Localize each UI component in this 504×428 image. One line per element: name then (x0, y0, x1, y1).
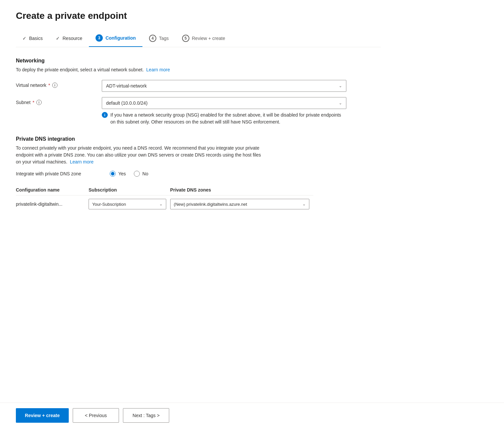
virtual-network-dropdown[interactable]: ADT-virtual-network ⌄ (102, 80, 346, 92)
subscription-chevron: ⌄ (159, 202, 163, 206)
virtual-network-info-icon[interactable]: i (52, 83, 58, 88)
dns-zone-dropdown[interactable]: (New) privatelink.digitaltwins.azure.net… (170, 199, 309, 209)
nsg-info-text: If you have a network security group (NS… (110, 112, 346, 125)
subnet-info-icon[interactable]: i (36, 100, 42, 105)
step-number-review: 5 (182, 35, 189, 42)
step-review-label: Review + create (192, 36, 225, 41)
integrate-dns-row: Integrate with private DNS zone Yes No (16, 171, 381, 177)
subnet-label: Subnet * i (16, 97, 102, 105)
dns-title: Private DNS integration (16, 136, 381, 142)
networking-section: Networking To deploy the private endpoin… (16, 58, 381, 125)
page-title: Create a private endpoint (16, 11, 381, 21)
dns-config-name: privatelink-digitaltwin... (16, 196, 89, 213)
nsg-info-box: i If you have a network security group (… (102, 112, 346, 125)
dns-yes-radio[interactable] (110, 171, 116, 177)
subnet-required: * (32, 100, 34, 105)
nsg-info-icon: i (102, 112, 108, 118)
dns-no-radio[interactable] (134, 171, 140, 177)
step-basics-label: Basics (29, 36, 43, 41)
footer: Review + create < Previous Next : Tags > (0, 403, 504, 428)
step-resource-label: Resource (62, 36, 82, 41)
dns-zone-chevron: ⌄ (302, 202, 306, 206)
step-number-tags: 4 (149, 35, 156, 42)
subnet-dropdown[interactable]: default (10.0.0.0/24) ⌄ (102, 97, 346, 109)
dns-col-config: Configuration name (16, 185, 89, 196)
step-tags[interactable]: 4 Tags (142, 31, 175, 47)
dns-subscription-cell: Your-Subscription ⌄ (89, 196, 170, 213)
dns-yes-option[interactable]: Yes (110, 171, 126, 177)
check-icon-resource: ✓ (56, 36, 60, 41)
dns-col-zones: Private DNS zones (170, 185, 313, 196)
virtual-network-control: ADT-virtual-network ⌄ (102, 80, 381, 92)
subnet-row: Subnet * i default (10.0.0.0/24) ⌄ i If … (16, 97, 381, 125)
dns-section: Private DNS integration To connect priva… (16, 136, 381, 213)
step-basics[interactable]: ✓ Basics (16, 32, 49, 46)
wizard-steps: ✓ Basics ✓ Resource 3 Configuration 4 Ta… (16, 30, 381, 47)
dns-yes-label: Yes (118, 171, 126, 176)
step-number-configuration: 3 (96, 34, 103, 42)
virtual-network-required: * (48, 83, 50, 88)
step-tags-label: Tags (159, 36, 169, 41)
previous-button[interactable]: < Previous (73, 408, 119, 423)
dns-col-subscription: Subscription (89, 185, 170, 196)
dns-table-row: privatelink-digitaltwin... Your-Subscrip… (16, 196, 313, 213)
subnet-chevron: ⌄ (339, 101, 342, 105)
next-button[interactable]: Next : Tags > (123, 408, 169, 423)
subnet-control: default (10.0.0.0/24) ⌄ i If you have a … (102, 97, 381, 125)
dns-description: To connect privately with your private e… (16, 145, 267, 165)
networking-title: Networking (16, 58, 381, 64)
dns-zone-cell: (New) privatelink.digitaltwins.azure.net… (170, 196, 313, 213)
networking-learn-more-link[interactable]: Learn more (146, 67, 170, 72)
dns-table: Configuration name Subscription Private … (16, 185, 313, 213)
virtual-network-chevron: ⌄ (339, 84, 342, 88)
step-review[interactable]: 5 Review + create (175, 31, 232, 47)
virtual-network-row: Virtual network * i ADT-virtual-network … (16, 80, 381, 92)
virtual-network-label: Virtual network * i (16, 80, 102, 88)
step-resource[interactable]: ✓ Resource (49, 32, 89, 46)
networking-description: To deploy the private endpoint, select a… (16, 66, 381, 73)
dns-learn-more-link[interactable]: Learn more (70, 159, 94, 164)
step-configuration-label: Configuration (105, 35, 136, 41)
step-configuration[interactable]: 3 Configuration (89, 30, 142, 47)
review-create-button[interactable]: Review + create (16, 408, 69, 423)
integrate-dns-label: Integrate with private DNS zone (16, 171, 102, 176)
dns-no-option[interactable]: No (134, 171, 148, 177)
dns-no-label: No (142, 171, 148, 176)
dns-subscription-dropdown[interactable]: Your-Subscription ⌄ (89, 199, 166, 209)
check-icon-basics: ✓ (22, 36, 26, 41)
integrate-dns-options: Yes No (110, 171, 148, 177)
